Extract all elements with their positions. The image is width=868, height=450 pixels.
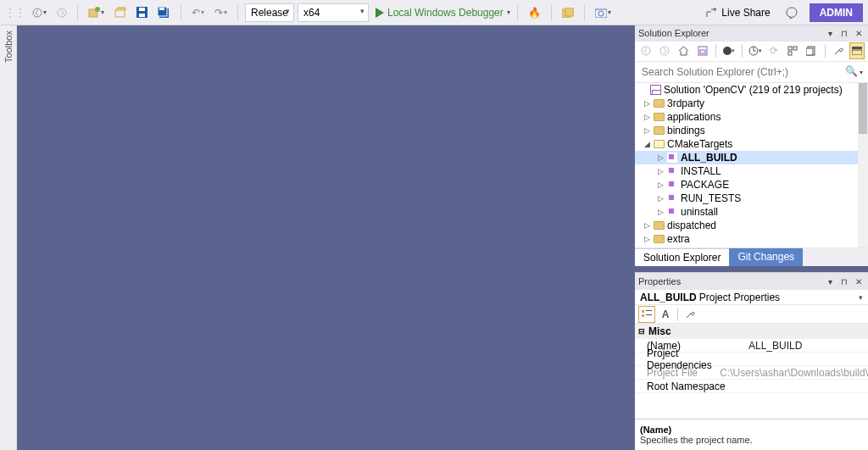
platform-dropdown[interactable]: x64 (298, 3, 369, 22)
panel-pin-icon[interactable]: ⊓ (838, 29, 850, 38)
solution-icon (650, 85, 661, 95)
tree-node[interactable]: ▷PACKAGE (635, 178, 858, 192)
configuration-value: Release (251, 7, 288, 19)
open-file-button[interactable] (111, 3, 130, 22)
se-properties-button[interactable] (830, 42, 845, 59)
tree-node[interactable]: ▷extra (635, 232, 858, 246)
tree-node[interactable]: ▷bindings (635, 124, 858, 137)
prop-row-projectfile[interactable]: Project FileC:\Users\ashar\Downloads\bui… (635, 366, 868, 380)
svg-point-19 (723, 47, 732, 55)
prop-wrench-button[interactable] (682, 306, 698, 323)
folder-icon (654, 235, 665, 243)
search-icon[interactable]: 🔍 ▾ (845, 65, 863, 77)
panel-menu-icon[interactable]: ▾ (824, 277, 836, 286)
camera-button[interactable]: ▾ (592, 3, 615, 22)
se-show-all-button[interactable] (804, 42, 819, 59)
svg-rect-7 (139, 14, 145, 17)
solution-explorer-search: 🔍 ▾ (635, 62, 868, 83)
tree-node-allbuild[interactable]: ▷ALL_BUILD (635, 151, 858, 164)
tree-node-cmaketargets[interactable]: ◢CMakeTargets (635, 137, 858, 151)
new-project-button[interactable]: ▾ (85, 3, 108, 22)
solution-explorer-header: Solution Explorer ▾ ⊓ ✕ (635, 25, 868, 42)
se-preview-button[interactable] (849, 42, 865, 59)
properties-object-kind: Project Properties (699, 292, 780, 303)
svg-rect-31 (646, 314, 652, 315)
svg-rect-25 (806, 48, 813, 55)
configuration-dropdown[interactable]: Release (245, 3, 294, 22)
platform-value: x64 (303, 7, 320, 19)
properties-description: (Name) Specifies the project name. (635, 419, 868, 450)
se-filter-button[interactable]: ▾ (721, 42, 737, 59)
se-collapse-button[interactable] (785, 42, 800, 59)
se-back-button[interactable] (638, 42, 654, 59)
panel-pin-icon[interactable]: ⊓ (838, 277, 850, 286)
tree-node[interactable]: ▷uninstall (635, 205, 858, 219)
svg-rect-30 (642, 314, 644, 317)
properties-object-name: ALL_BUILD (640, 292, 697, 303)
tree-node[interactable]: ▷3rdparty (635, 97, 858, 110)
redo-button[interactable]: ↷▾ (211, 3, 231, 22)
toolbox-tab[interactable]: Toolbox (0, 25, 17, 450)
folder-open-icon (654, 140, 665, 148)
svg-rect-29 (646, 310, 652, 311)
svg-rect-22 (793, 47, 797, 50)
panel-close-icon[interactable]: ✕ (853, 29, 865, 38)
project-icon (667, 153, 677, 163)
prop-row-namespace[interactable]: Root Namespace (635, 380, 868, 393)
files-button[interactable] (559, 3, 577, 22)
se-home-button[interactable] (676, 42, 691, 59)
tree-node[interactable]: ▷applications (635, 110, 858, 124)
svg-rect-28 (642, 310, 644, 313)
svg-rect-12 (565, 8, 574, 16)
svg-rect-10 (159, 8, 164, 10)
nav-forward-button[interactable] (53, 3, 70, 22)
folder-icon (654, 221, 665, 230)
admin-badge[interactable]: ADMIN (810, 3, 863, 22)
properties-header: Properties ▾ ⊓ ✕ (635, 273, 868, 290)
prop-desc-name: (Name) (640, 425, 863, 435)
share-icon (706, 8, 718, 18)
tree-node[interactable]: ▷dispatched (635, 219, 858, 232)
undo-button[interactable]: ↶▾ (188, 3, 208, 22)
prop-categorized-button[interactable] (638, 306, 655, 323)
save-button[interactable] (133, 3, 151, 22)
svg-rect-21 (788, 47, 792, 50)
properties-grid: ⊟Misc (Name)ALL_BUILD Project Dependenci… (635, 324, 868, 393)
tree-node[interactable]: ▷modules (635, 246, 858, 248)
panel-menu-icon[interactable]: ▾ (824, 29, 836, 38)
prop-category-misc[interactable]: ⊟Misc (635, 324, 868, 339)
live-share-button[interactable]: Live Share (703, 3, 773, 22)
svg-point-1 (58, 8, 66, 17)
editor-area (17, 25, 635, 450)
prop-row-dependencies[interactable]: Project Dependencies (635, 353, 868, 366)
drag-grip-icon: ⋮⋮ (5, 7, 25, 19)
tab-solution-explorer[interactable]: Solution Explorer (635, 248, 729, 266)
svg-rect-26 (852, 47, 862, 49)
feedback-button[interactable] (782, 3, 801, 22)
main-toolbar: ⋮⋮ ▾ ▾ ↶▾ ↷▾ Release x64 Local Windows D… (0, 0, 868, 25)
save-all-button[interactable] (154, 3, 174, 22)
svg-point-0 (33, 8, 42, 17)
fire-event-button[interactable]: 🔥 (525, 3, 544, 22)
debug-target-label: Local Windows Debugger (387, 7, 504, 19)
panel-close-icon[interactable]: ✕ (853, 277, 865, 286)
solution-root-node[interactable]: ▸Solution 'OpenCV' (219 of 219 projects) (635, 83, 858, 97)
tree-scrollbar[interactable] (858, 83, 868, 247)
tree-node[interactable]: ▷INSTALL (635, 164, 858, 178)
svg-rect-4 (115, 10, 125, 17)
tree-node[interactable]: ▷RUN_TESTS (635, 192, 858, 205)
se-forward-button[interactable] (657, 42, 672, 59)
start-debugging-button[interactable]: Local Windows Debugger ▾ (376, 7, 510, 19)
search-input[interactable] (635, 62, 868, 82)
toolbox-label: Toolbox (3, 31, 14, 63)
svg-point-16 (660, 47, 669, 55)
live-share-label: Live Share (721, 7, 770, 19)
prop-alphabetical-button[interactable]: A (657, 306, 674, 323)
se-sync-button[interactable]: ▾ (748, 42, 763, 59)
tab-git-changes[interactable]: Git Changes (729, 248, 803, 266)
properties-object-selector[interactable]: ALL_BUILD Project Properties ▾ (635, 290, 868, 305)
nav-back-button[interactable]: ▾ (29, 3, 50, 22)
se-refresh-button[interactable]: ⟳ (766, 42, 782, 59)
panel-splitter[interactable] (635, 266, 868, 272)
se-switch-views-button[interactable] (695, 42, 710, 59)
